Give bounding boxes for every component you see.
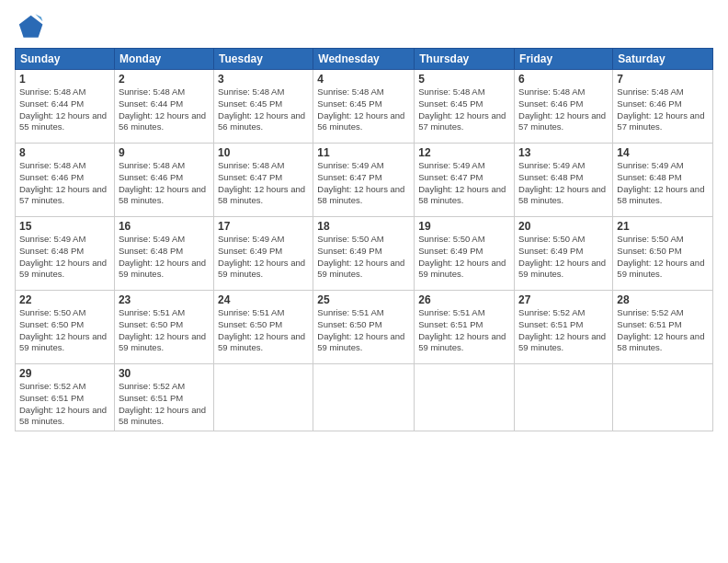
day-info: Sunrise: 5:50 AMSunset: 6:49 PMDaylight:… (317, 234, 410, 281)
calendar-cell: 17 Sunrise: 5:49 AMSunset: 6:49 PMDaylig… (214, 217, 313, 291)
day-info: Sunrise: 5:48 AMSunset: 6:46 PMDaylight:… (518, 86, 609, 133)
day-number: 13 (518, 146, 609, 159)
day-header-tuesday: Tuesday (214, 49, 313, 70)
day-info: Sunrise: 5:48 AMSunset: 6:45 PMDaylight:… (418, 86, 510, 133)
calendar-cell: 29 Sunrise: 5:52 AMSunset: 6:51 PMDaylig… (16, 364, 115, 431)
day-number: 23 (119, 293, 210, 306)
day-number: 21 (617, 220, 709, 233)
day-number: 11 (317, 146, 410, 159)
day-info: Sunrise: 5:50 AMSunset: 6:49 PMDaylight:… (418, 234, 510, 281)
day-number: 26 (418, 293, 510, 306)
calendar-cell: 1 Sunrise: 5:48 AMSunset: 6:44 PMDayligh… (16, 70, 115, 144)
calendar-cell: 24 Sunrise: 5:51 AMSunset: 6:50 PMDaylig… (214, 291, 313, 364)
calendar-cell: 28 Sunrise: 5:52 AMSunset: 6:51 PMDaylig… (613, 291, 713, 364)
calendar-week-row: 1 Sunrise: 5:48 AMSunset: 6:44 PMDayligh… (16, 70, 713, 144)
day-number: 15 (19, 220, 110, 233)
calendar-cell: 10 Sunrise: 5:48 AMSunset: 6:47 PMDaylig… (214, 144, 313, 217)
day-info: Sunrise: 5:48 AMSunset: 6:47 PMDaylight:… (218, 160, 309, 207)
calendar-cell: 14 Sunrise: 5:49 AMSunset: 6:48 PMDaylig… (613, 144, 713, 217)
day-info: Sunrise: 5:48 AMSunset: 6:46 PMDaylight:… (19, 160, 110, 207)
day-info: Sunrise: 5:50 AMSunset: 6:50 PMDaylight:… (617, 234, 709, 281)
calendar-week-row: 15 Sunrise: 5:49 AMSunset: 6:48 PMDaylig… (16, 217, 713, 291)
day-number: 6 (518, 73, 609, 86)
calendar-cell: 13 Sunrise: 5:49 AMSunset: 6:48 PMDaylig… (515, 144, 613, 217)
day-header-sunday: Sunday (16, 49, 115, 70)
day-header-saturday: Saturday (613, 49, 713, 70)
day-number: 8 (19, 146, 110, 159)
day-info: Sunrise: 5:50 AMSunset: 6:49 PMDaylight:… (518, 234, 609, 281)
day-info: Sunrise: 5:52 AMSunset: 6:51 PMDaylight:… (19, 381, 110, 428)
day-number: 4 (317, 73, 410, 86)
calendar-cell (415, 364, 515, 431)
calendar-cell: 30 Sunrise: 5:52 AMSunset: 6:51 PMDaylig… (114, 364, 213, 431)
calendar-cell: 18 Sunrise: 5:50 AMSunset: 6:49 PMDaylig… (313, 217, 415, 291)
day-number: 22 (19, 293, 110, 306)
day-number: 28 (617, 293, 709, 306)
calendar-cell: 6 Sunrise: 5:48 AMSunset: 6:46 PMDayligh… (515, 70, 613, 144)
calendar-cell (313, 364, 415, 431)
calendar-cell: 2 Sunrise: 5:48 AMSunset: 6:44 PMDayligh… (114, 70, 213, 144)
day-number: 27 (518, 293, 609, 306)
day-info: Sunrise: 5:49 AMSunset: 6:48 PMDaylight:… (119, 234, 210, 281)
day-info: Sunrise: 5:51 AMSunset: 6:50 PMDaylight:… (218, 307, 309, 354)
day-info: Sunrise: 5:49 AMSunset: 6:47 PMDaylight:… (418, 160, 510, 207)
day-header-thursday: Thursday (415, 49, 515, 70)
calendar-cell: 7 Sunrise: 5:48 AMSunset: 6:46 PMDayligh… (613, 70, 713, 144)
day-number: 2 (119, 73, 210, 86)
day-info: Sunrise: 5:51 AMSunset: 6:51 PMDaylight:… (418, 307, 510, 354)
calendar-cell: 27 Sunrise: 5:52 AMSunset: 6:51 PMDaylig… (515, 291, 613, 364)
day-info: Sunrise: 5:48 AMSunset: 6:45 PMDaylight:… (317, 86, 410, 133)
day-info: Sunrise: 5:51 AMSunset: 6:50 PMDaylight:… (317, 307, 410, 354)
day-info: Sunrise: 5:49 AMSunset: 6:48 PMDaylight:… (518, 160, 609, 207)
header (15, 11, 713, 40)
calendar-week-row: 22 Sunrise: 5:50 AMSunset: 6:50 PMDaylig… (16, 291, 713, 364)
calendar-week-row: 8 Sunrise: 5:48 AMSunset: 6:46 PMDayligh… (16, 144, 713, 217)
day-info: Sunrise: 5:50 AMSunset: 6:50 PMDaylight:… (19, 307, 110, 354)
calendar-cell: 16 Sunrise: 5:49 AMSunset: 6:48 PMDaylig… (114, 217, 213, 291)
calendar-cell: 23 Sunrise: 5:51 AMSunset: 6:50 PMDaylig… (114, 291, 213, 364)
day-info: Sunrise: 5:52 AMSunset: 6:51 PMDaylight:… (119, 381, 210, 428)
calendar-cell (613, 364, 713, 431)
calendar-cell: 21 Sunrise: 5:50 AMSunset: 6:50 PMDaylig… (613, 217, 713, 291)
day-number: 7 (617, 73, 709, 86)
calendar-cell: 15 Sunrise: 5:49 AMSunset: 6:48 PMDaylig… (16, 217, 115, 291)
day-number: 29 (19, 367, 110, 380)
day-number: 16 (119, 220, 210, 233)
day-number: 1 (19, 73, 110, 86)
day-info: Sunrise: 5:52 AMSunset: 6:51 PMDaylight:… (518, 307, 609, 354)
day-number: 17 (218, 220, 309, 233)
day-info: Sunrise: 5:48 AMSunset: 6:44 PMDaylight:… (119, 86, 210, 133)
calendar-cell: 20 Sunrise: 5:50 AMSunset: 6:49 PMDaylig… (515, 217, 613, 291)
calendar-cell: 11 Sunrise: 5:49 AMSunset: 6:47 PMDaylig… (313, 144, 415, 217)
day-info: Sunrise: 5:49 AMSunset: 6:48 PMDaylight:… (617, 160, 709, 207)
day-info: Sunrise: 5:48 AMSunset: 6:46 PMDaylight:… (617, 86, 709, 133)
logo (15, 11, 48, 40)
calendar-cell: 22 Sunrise: 5:50 AMSunset: 6:50 PMDaylig… (16, 291, 115, 364)
day-info: Sunrise: 5:49 AMSunset: 6:49 PMDaylight:… (218, 234, 309, 281)
day-header-monday: Monday (114, 49, 213, 70)
calendar-cell: 12 Sunrise: 5:49 AMSunset: 6:47 PMDaylig… (415, 144, 515, 217)
calendar-cell (214, 364, 313, 431)
day-number: 25 (317, 293, 410, 306)
day-number: 18 (317, 220, 410, 233)
calendar-cell: 4 Sunrise: 5:48 AMSunset: 6:45 PMDayligh… (313, 70, 415, 144)
day-number: 30 (119, 367, 210, 380)
day-info: Sunrise: 5:48 AMSunset: 6:45 PMDaylight:… (218, 86, 309, 133)
calendar-cell: 26 Sunrise: 5:51 AMSunset: 6:51 PMDaylig… (415, 291, 515, 364)
day-number: 14 (617, 146, 709, 159)
calendar-cell: 3 Sunrise: 5:48 AMSunset: 6:45 PMDayligh… (214, 70, 313, 144)
day-info: Sunrise: 5:48 AMSunset: 6:46 PMDaylight:… (119, 160, 210, 207)
day-header-friday: Friday (515, 49, 613, 70)
svg-marker-0 (19, 16, 43, 38)
day-number: 24 (218, 293, 309, 306)
logo-icon (15, 11, 44, 40)
day-number: 3 (218, 73, 309, 86)
day-info: Sunrise: 5:52 AMSunset: 6:51 PMDaylight:… (617, 307, 709, 354)
page: SundayMondayTuesdayWednesdayThursdayFrid… (0, 0, 728, 563)
day-number: 10 (218, 146, 309, 159)
day-number: 12 (418, 146, 510, 159)
day-number: 5 (418, 73, 510, 86)
calendar: SundayMondayTuesdayWednesdayThursdayFrid… (15, 48, 713, 431)
day-number: 9 (119, 146, 210, 159)
day-info: Sunrise: 5:49 AMSunset: 6:48 PMDaylight:… (19, 234, 110, 281)
